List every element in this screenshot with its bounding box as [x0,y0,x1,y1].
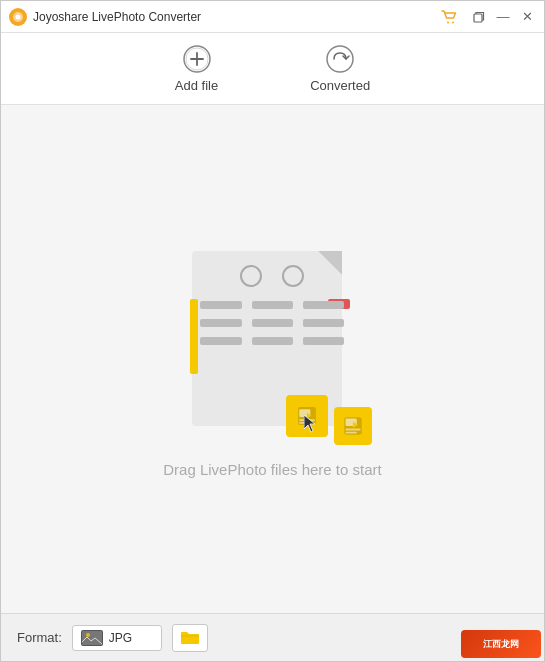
jpg-file-icon [81,630,103,646]
svg-point-2 [16,14,21,19]
folder-icon [180,630,200,646]
app-window: Joyoshare LivePhoto Converter — ✕ [0,0,545,662]
doc-circle-right [282,265,304,287]
app-title: Joyoshare LivePhoto Converter [33,10,440,24]
svg-point-4 [452,21,454,23]
doc-line [303,301,344,309]
svg-point-10 [327,46,353,72]
doc-line [252,319,293,327]
window-controls: — ✕ [440,8,536,26]
add-file-icon [182,44,212,74]
fold-corner [318,251,342,275]
drop-zone-text: Drag LivePhoto files here to start [163,461,381,478]
format-select[interactable]: JPG [72,625,162,651]
doc-circle-left [240,265,262,287]
svg-point-3 [447,21,449,23]
doc-line [200,301,241,309]
doc-line [303,319,344,327]
app-logo-icon [9,8,27,26]
add-file-button[interactable]: Add file [159,36,234,101]
doc-line [252,301,293,309]
restore-button[interactable] [470,8,488,26]
svg-rect-21 [346,428,361,430]
line-group-1 [200,301,344,309]
close-button[interactable]: ✕ [518,8,536,26]
doc-line [252,337,293,345]
cursor-icon [304,415,318,433]
cart-button[interactable] [440,8,458,26]
output-folder-button[interactable] [172,624,208,652]
toolbar: Add file Converted [1,33,544,105]
line-group-3 [200,337,344,345]
doc-circles [240,265,304,287]
doc-line [200,319,241,327]
title-bar: Joyoshare LivePhoto Converter — ✕ [1,1,544,33]
watermark-text: 江西龙网 [483,639,519,650]
converted-label: Converted [310,78,370,93]
bottom-bar: Format: JPG 江西龙网 [1,613,544,661]
format-value: JPG [109,631,132,645]
file-illustration [182,241,362,441]
converted-button[interactable]: Converted [294,36,386,101]
svg-rect-5 [474,14,482,22]
watermark-badge: 江西龙网 [461,630,541,658]
main-content: Drag LivePhoto files here to start [1,105,544,613]
minimize-button[interactable]: — [494,8,512,26]
format-label: Format: [17,630,62,645]
doc-lines [200,301,344,355]
svg-rect-22 [346,431,357,433]
svg-rect-25 [82,631,102,645]
doc-line [303,337,344,345]
svg-marker-23 [304,415,315,432]
video-icon-2 [334,407,372,445]
add-file-label: Add file [175,78,218,93]
converted-icon [325,44,355,74]
line-group-2 [200,319,344,327]
svg-point-26 [86,633,90,637]
yellow-accent [190,299,198,374]
doc-line [200,337,241,345]
video-file-icons [286,395,372,441]
drop-zone-illustration: Drag LivePhoto files here to start [163,241,381,478]
video-play-icon-2 [343,416,363,436]
